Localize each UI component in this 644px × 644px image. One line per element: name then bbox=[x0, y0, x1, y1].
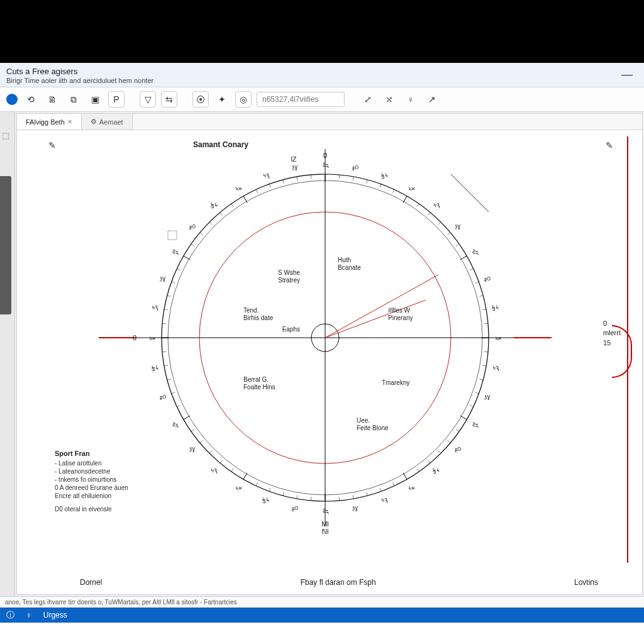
svg-line-77 bbox=[220, 460, 223, 464]
svg-text:ʂʘ: ʂʘ bbox=[352, 165, 358, 170]
svg-text:Stratrey: Stratrey bbox=[278, 277, 300, 284]
svg-text:S Wshe: S Wshe bbox=[278, 269, 300, 276]
gear-icon: ⚙ bbox=[91, 118, 97, 126]
sync-button[interactable]: ⇆ bbox=[161, 91, 177, 108]
svg-text:ɮϟ: ɮϟ bbox=[381, 173, 388, 179]
svg-rect-135 bbox=[168, 231, 177, 240]
svg-text:ϡж: ϡж bbox=[408, 485, 415, 491]
tab-secondary[interactable]: ⚙ Aemaet bbox=[82, 114, 133, 130]
tab-primary[interactable]: FAlvigg Beth ✕ bbox=[17, 114, 82, 130]
legend-note: D0 oteral in eivensle bbox=[55, 506, 128, 513]
target-button[interactable]: ◎ bbox=[235, 91, 252, 108]
stop-icon[interactable]: ▣ bbox=[87, 91, 103, 108]
svg-line-58 bbox=[392, 482, 394, 486]
tab-label: FAlvigg Beth bbox=[26, 118, 65, 126]
chart-container: ✎ ✎ Samant Conary bbox=[30, 136, 619, 563]
edit-right-icon[interactable]: ✎ bbox=[606, 140, 613, 150]
svg-line-68 bbox=[297, 495, 297, 499]
cursor-icon[interactable]: ✦ bbox=[214, 91, 230, 108]
svg-text:Huth: Huth bbox=[338, 257, 351, 264]
svg-line-113 bbox=[269, 184, 270, 188]
svg-line-109 bbox=[231, 204, 233, 207]
svg-line-98 bbox=[172, 282, 175, 283]
svg-text:f\ll: f\ll bbox=[322, 528, 329, 535]
filter-button[interactable]: ▽ bbox=[140, 91, 156, 108]
svg-line-71 bbox=[269, 488, 270, 492]
status-bar: anoe, Tes legs ihvarre tirr doents o, Tu… bbox=[0, 596, 644, 608]
svg-text:ϡж: ϡж bbox=[495, 335, 502, 341]
svg-line-40 bbox=[484, 352, 488, 352]
copy-icon[interactable]: ⧉ bbox=[65, 91, 82, 108]
measure-icon[interactable]: ⤯ bbox=[381, 91, 397, 108]
svg-text:Ƨʐ: Ƨʐ bbox=[323, 508, 329, 514]
svg-text:Bcanate: Bcanate bbox=[338, 264, 361, 271]
minimize-button[interactable]: — bbox=[621, 68, 633, 81]
svg-line-107 bbox=[220, 213, 223, 216]
svg-line-89 bbox=[164, 365, 168, 366]
svg-text:Uee.: Uee. bbox=[357, 417, 370, 424]
globe-button[interactable]: ⦿ bbox=[192, 91, 209, 108]
svg-line-49 bbox=[456, 430, 459, 431]
svg-text:ϞԆ: ϞԆ bbox=[263, 173, 270, 179]
coords-field[interactable]: n65327,4l7viifies bbox=[257, 92, 345, 107]
person-icon[interactable]: ♀ bbox=[26, 611, 32, 620]
svg-text:Feite Blone: Feite Blone bbox=[357, 425, 389, 431]
bottom-bar-label: Urgess bbox=[43, 611, 67, 619]
svg-text:Ml: Ml bbox=[321, 520, 329, 528]
close-icon[interactable]: ✕ bbox=[67, 118, 72, 125]
svg-line-29 bbox=[460, 256, 467, 260]
svg-line-8 bbox=[325, 275, 438, 338]
refresh-icon[interactable]: ⟲ bbox=[23, 91, 39, 108]
svg-line-97 bbox=[167, 296, 171, 297]
footer-left: Dornel bbox=[80, 578, 102, 587]
svg-line-16 bbox=[367, 180, 368, 184]
svg-line-110 bbox=[243, 196, 247, 203]
info-icon[interactable]: ⓘ bbox=[6, 609, 14, 621]
svg-line-100 bbox=[177, 269, 180, 270]
document-icon[interactable]: 🗎 bbox=[44, 91, 60, 108]
svg-line-44 bbox=[475, 392, 479, 394]
legend-title: Sport Fran bbox=[55, 450, 128, 457]
svg-line-20 bbox=[403, 196, 407, 203]
svg-text:ϡж: ϡж bbox=[408, 186, 415, 191]
svg-text:Ƨʐ: Ƨʐ bbox=[472, 422, 479, 428]
window-titlebar: Cuts a Free agisers Birigr Time aoler ii… bbox=[0, 63, 644, 87]
svg-line-25 bbox=[438, 222, 441, 225]
footer-right: Lovtins bbox=[574, 578, 598, 587]
svg-line-106 bbox=[209, 222, 212, 225]
app-logo-icon[interactable] bbox=[6, 94, 18, 105]
edit-left-icon[interactable]: ✎ bbox=[48, 140, 56, 150]
legend-item: - tnkems fo oimurtions bbox=[55, 476, 128, 483]
svg-line-43 bbox=[479, 379, 483, 380]
svg-text:Tmarekny: Tmarekny bbox=[382, 379, 409, 386]
svg-line-32 bbox=[475, 282, 479, 283]
svg-text:ɮϟ: ɮϟ bbox=[211, 203, 218, 208]
pan-icon[interactable]: ⤢ bbox=[360, 91, 376, 108]
tool-p-button[interactable]: P bbox=[108, 91, 125, 108]
move-icon[interactable]: ↗ bbox=[424, 91, 440, 108]
axis-top-tick: lZ bbox=[291, 155, 296, 163]
svg-line-56 bbox=[403, 473, 407, 479]
svg-text:ɮϟ: ɮϟ bbox=[152, 365, 158, 371]
svg-text:ѯƔ: ѯƔ bbox=[160, 276, 166, 282]
svg-text:ѯƔ: ѯƔ bbox=[455, 224, 461, 230]
side-panel-handle[interactable] bbox=[0, 176, 11, 314]
svg-line-103 bbox=[191, 244, 194, 246]
legend: Sport Fran - Latise arottulen - Lateanon… bbox=[55, 450, 128, 513]
svg-line-74 bbox=[243, 473, 247, 479]
top-black-bar bbox=[0, 0, 644, 63]
rail-tool-icon[interactable]: ⬚ bbox=[2, 131, 13, 142]
chart-title: Samant Conary bbox=[193, 140, 248, 149]
svg-line-10 bbox=[451, 174, 489, 212]
legend-item: Encre atl ehiluienion bbox=[55, 492, 128, 499]
svg-line-73 bbox=[256, 482, 258, 486]
svg-text:Ƨʐ: Ƨʐ bbox=[323, 162, 329, 168]
svg-text:ϞԆ: ϞԆ bbox=[433, 203, 440, 208]
svg-text:ѯƔ: ѯƔ bbox=[352, 506, 358, 511]
user-icon[interactable]: ♀ bbox=[402, 91, 419, 108]
svg-text:ʂʘ: ʂʘ bbox=[160, 394, 166, 400]
svg-text:ɮϟ: ɮϟ bbox=[492, 305, 499, 311]
svg-text:ѯƔ: ѯƔ bbox=[292, 165, 298, 170]
right-zero: 0 bbox=[603, 319, 621, 328]
svg-line-64 bbox=[339, 497, 340, 501]
